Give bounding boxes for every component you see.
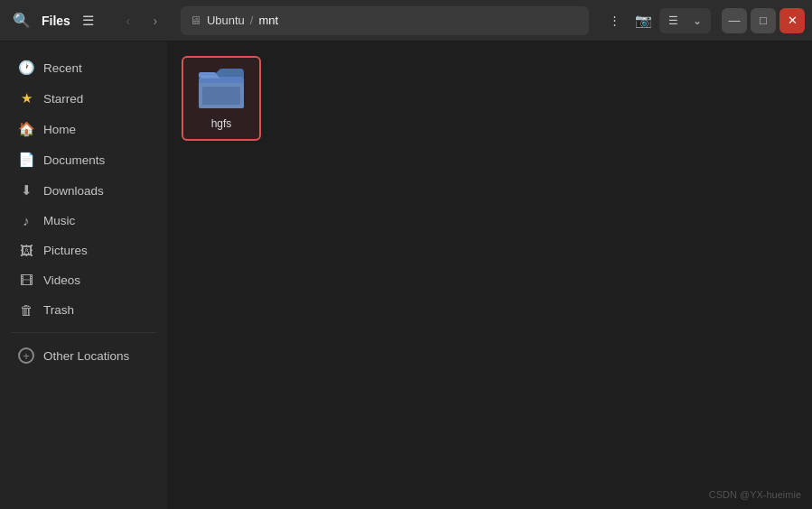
breadcrumb-mnt[interactable]: mnt <box>258 14 278 27</box>
minimize-button[interactable]: — <box>722 8 747 33</box>
nav-arrows: ‹ › <box>116 8 168 33</box>
music-icon: ♪ <box>18 213 34 228</box>
more-options-button[interactable]: ⋮ <box>602 8 627 33</box>
file-area[interactable]: hgfs CSDN @YX-hueimie <box>167 42 812 509</box>
list-view-button[interactable]: ☰ <box>661 10 685 32</box>
back-button[interactable]: ‹ <box>116 8 141 33</box>
sidebar-label-starred: Starred <box>43 92 83 106</box>
forward-button[interactable]: › <box>143 8 168 33</box>
view-options-button[interactable]: ⌄ <box>686 10 709 32</box>
search-button[interactable]: 🔍 <box>7 6 36 35</box>
new-folder-button[interactable]: 📷 <box>630 8 656 33</box>
trash-icon: 🗑 <box>18 302 34 318</box>
location-icon: 🖥 <box>190 14 201 27</box>
sidebar-item-music[interactable]: ♪ Music <box>5 207 162 235</box>
close-icon: ✕ <box>788 14 798 27</box>
window-controls: — □ ✕ <box>722 8 805 33</box>
folder-icon <box>195 65 247 112</box>
home-icon: 🏠 <box>18 121 34 137</box>
back-icon: ‹ <box>126 14 131 28</box>
watermark: CSDN @YX-hueimie <box>709 489 801 500</box>
sidebar-item-recent[interactable]: 🕐 Recent <box>5 53 162 82</box>
sidebar-divider <box>11 332 156 333</box>
sidebar: 🕐 Recent ★ Starred 🏠 Home 📄 Documents ⬇ … <box>0 42 167 509</box>
sidebar-label-recent: Recent <box>43 61 82 75</box>
chevron-down-icon: ⌄ <box>693 14 702 27</box>
titlebar-left-section: 🔍 Files ☰ <box>7 6 101 35</box>
sidebar-label-music: Music <box>43 214 75 227</box>
sidebar-item-documents[interactable]: 📄 Documents <box>5 145 162 174</box>
sidebar-item-trash[interactable]: 🗑 Trash <box>5 296 162 324</box>
videos-icon: 🎞 <box>18 273 34 288</box>
sidebar-label-trash: Trash <box>43 303 74 317</box>
breadcrumb-separator: / <box>250 14 254 27</box>
search-icon: 🔍 <box>13 12 31 29</box>
recent-icon: 🕐 <box>18 60 34 76</box>
sidebar-label-videos: Videos <box>43 273 80 287</box>
close-button[interactable]: ✕ <box>779 8 805 33</box>
maximize-button[interactable]: □ <box>751 8 776 33</box>
sidebar-item-downloads[interactable]: ⬇ Downloads <box>5 176 162 205</box>
sidebar-item-home[interactable]: 🏠 Home <box>5 115 162 143</box>
list-view-icon: ☰ <box>668 14 678 27</box>
svg-rect-2 <box>202 87 240 105</box>
documents-icon: 📄 <box>18 152 34 168</box>
sidebar-item-videos[interactable]: 🎞 Videos <box>5 266 162 294</box>
sidebar-item-starred[interactable]: ★ Starred <box>5 84 162 113</box>
breadcrumb-ubuntu[interactable]: Ubuntu <box>207 14 245 27</box>
breadcrumb-bar[interactable]: 🖥 Ubuntu / mnt <box>181 6 589 35</box>
sidebar-item-pictures[interactable]: 🖼 Pictures <box>5 236 162 264</box>
new-folder-icon: 📷 <box>635 13 652 29</box>
sidebar-label-home: Home <box>43 123 76 136</box>
maximize-icon: □ <box>760 14 767 27</box>
sidebar-label-other-locations: Other Locations <box>43 349 129 363</box>
pictures-icon: 🖼 <box>18 243 34 258</box>
titlebar: 🔍 Files ☰ ‹ › 🖥 Ubuntu / mnt ⋮ 📷 ☰ <box>0 0 812 42</box>
sidebar-label-downloads: Downloads <box>43 184 104 198</box>
hamburger-icon: ☰ <box>82 13 94 29</box>
titlebar-actions: ⋮ 📷 ☰ ⌄ <box>602 8 711 33</box>
forward-icon: › <box>154 14 158 28</box>
file-name-hgfs: hgfs <box>211 117 232 132</box>
add-icon: + <box>18 347 34 364</box>
more-options-icon: ⋮ <box>609 14 621 27</box>
downloads-icon: ⬇ <box>18 182 34 199</box>
hamburger-menu-button[interactable]: ☰ <box>76 8 101 33</box>
starred-icon: ★ <box>18 90 34 106</box>
file-grid: hgfs <box>182 56 798 141</box>
view-toggle: ☰ ⌄ <box>659 8 711 33</box>
app-title: Files <box>42 14 70 28</box>
sidebar-label-documents: Documents <box>43 153 105 167</box>
minimize-icon: — <box>729 14 741 27</box>
main-layout: 🕐 Recent ★ Starred 🏠 Home 📄 Documents ⬇ … <box>0 42 812 509</box>
file-item-hgfs[interactable]: hgfs <box>182 56 261 141</box>
sidebar-label-pictures: Pictures <box>43 244 88 257</box>
sidebar-item-other-locations[interactable]: + Other Locations <box>5 341 162 370</box>
